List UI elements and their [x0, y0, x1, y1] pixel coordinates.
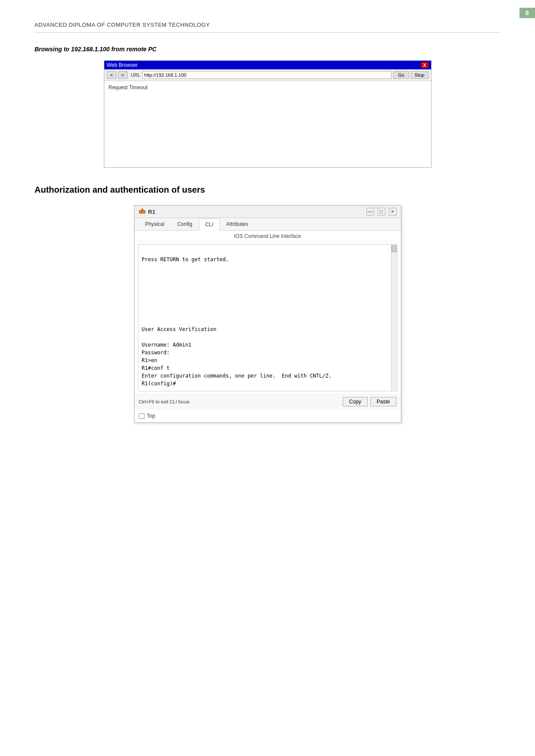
- router-tab-subtitle: IOS Command Line Interface: [135, 231, 401, 241]
- router-maximize-button[interactable]: □: [378, 208, 385, 216]
- svg-point-4: [142, 212, 143, 212]
- svg-point-1: [141, 209, 143, 210]
- cli-scrollbar[interactable]: [391, 244, 397, 391]
- tab-physical[interactable]: Physical: [139, 218, 171, 230]
- top-label: Top: [147, 413, 155, 419]
- web-browser-content: Request Timeout: [104, 81, 431, 167]
- cli-scrollbar-thumb: [391, 245, 397, 252]
- web-browser-go-button[interactable]: Go: [393, 71, 409, 79]
- top-checkbox[interactable]: [139, 413, 144, 419]
- web-browser-close-button[interactable]: X: [421, 62, 428, 68]
- web-browser-forward-button[interactable]: >: [118, 71, 128, 79]
- router-minimize-button[interactable]: —: [366, 208, 374, 216]
- section2-heading: Authorization and authentication of user…: [34, 185, 501, 195]
- router-close-button[interactable]: ×: [389, 208, 397, 216]
- router-footer: Ctrl+F6 to exit CLI focus Copy Paste: [135, 394, 401, 409]
- router-device-icon: [139, 208, 146, 215]
- router-bottom-bar: Top: [135, 409, 401, 422]
- router-cli-text: Press RETURN to get started. User Access…: [142, 248, 394, 387]
- router-titlebar: R1 — □ ×: [135, 206, 401, 218]
- page-header: ADVANCED DIPLOMA OF COMPUTER SYSTEM TECH…: [34, 22, 501, 33]
- router-footer-buttons: Copy Paste: [343, 397, 397, 406]
- svg-point-5: [144, 212, 144, 212]
- svg-point-3: [140, 212, 141, 212]
- router-title-left: R1: [139, 208, 156, 215]
- web-browser-stop-button[interactable]: Stop: [411, 71, 429, 79]
- router-tabs: Physical Config CLI Attributes: [135, 218, 401, 231]
- router-copy-button[interactable]: Copy: [343, 397, 368, 406]
- router-footer-hint: Ctrl+F6 to exit CLI focus: [139, 399, 190, 404]
- web-browser-toolbar: < > URL Go Stop: [104, 69, 431, 81]
- web-browser-window: Web Browser X < > URL Go Stop Request Ti…: [104, 60, 432, 168]
- router-paste-button[interactable]: Paste: [370, 397, 397, 406]
- router-cli-area[interactable]: Press RETURN to get started. User Access…: [138, 244, 397, 391]
- page-number: 8: [519, 8, 535, 18]
- web-browser-title: Web Browser: [107, 62, 138, 68]
- tab-attributes[interactable]: Attributes: [220, 218, 255, 230]
- tab-config[interactable]: Config: [171, 218, 199, 230]
- web-browser-content-text: Request Timeout: [109, 84, 148, 91]
- web-browser-url-label: URL: [131, 72, 141, 78]
- web-browser-back-button[interactable]: <: [107, 71, 116, 79]
- web-browser-url-input[interactable]: [142, 71, 392, 79]
- router-window: R1 — □ × Physical Config CLI Attributes …: [134, 205, 401, 423]
- web-browser-titlebar: Web Browser X: [104, 61, 431, 69]
- router-title-controls: — □ ×: [366, 208, 397, 216]
- tab-cli[interactable]: CLI: [199, 218, 220, 231]
- section1-subtitle: Browsing to 192.168.1.100 from remote PC: [34, 46, 501, 53]
- router-title-text: R1: [148, 209, 156, 215]
